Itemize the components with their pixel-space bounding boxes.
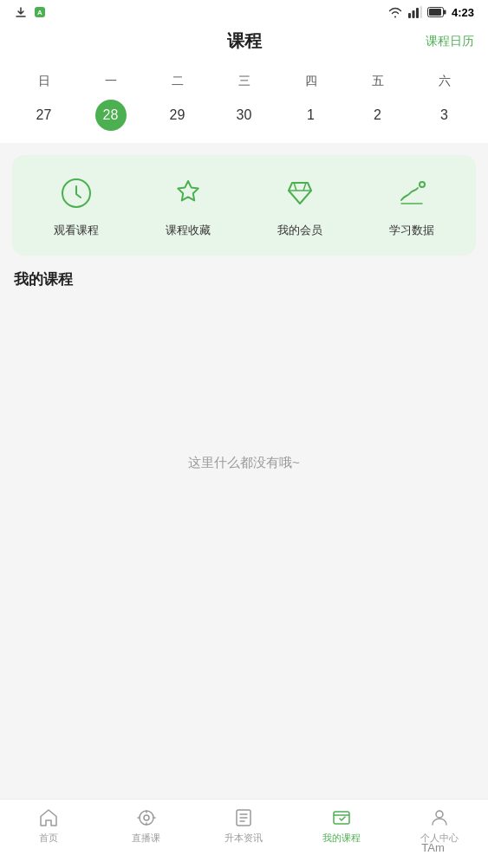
empty-state-text: 这里什么都没有哦~ — [188, 455, 300, 471]
nav-label-live: 直播课 — [132, 832, 160, 845]
signal-icon — [408, 6, 422, 18]
svg-rect-3 — [412, 10, 414, 18]
tam-label: TAm — [378, 826, 488, 868]
nav-item-live[interactable]: 直播课 — [120, 806, 172, 845]
live-icon — [135, 806, 158, 829]
quick-action-watch[interactable]: 观看课程 — [54, 172, 99, 238]
calendar-day-29[interactable]: 29 — [162, 100, 193, 131]
calendar: 日 一 二 三 四 五 六 27 28 29 30 1 2 3 — [0, 62, 488, 143]
status-bar: A 4:23 — [0, 0, 488, 24]
svg-rect-2 — [408, 13, 411, 18]
status-bar-right: 4:23 — [387, 6, 474, 19]
weekday-thu: 四 — [277, 70, 344, 93]
stats-label: 学习数据 — [389, 223, 434, 238]
svg-rect-8 — [429, 9, 441, 16]
empty-state: 这里什么都没有哦~ — [14, 298, 474, 627]
status-bar-left: A — [14, 5, 47, 19]
svg-rect-5 — [420, 6, 422, 18]
nav-item-mycourses[interactable]: 我的课程 — [316, 806, 368, 845]
home-icon — [37, 806, 60, 829]
calendar-day-28-today[interactable]: 28 — [95, 100, 127, 131]
clock-icon — [55, 172, 97, 214]
svg-point-10 — [420, 182, 425, 187]
calendar-days: 27 28 29 30 1 2 3 — [10, 100, 478, 131]
svg-rect-7 — [443, 10, 446, 15]
chart-icon — [391, 172, 433, 214]
battery-icon — [427, 7, 446, 17]
my-courses-title: 我的课程 — [14, 269, 474, 289]
star-icon — [167, 172, 209, 214]
svg-point-15 — [436, 811, 443, 818]
wifi-icon — [387, 6, 403, 18]
svg-rect-4 — [416, 8, 419, 18]
nav-item-news[interactable]: 升本资讯 — [218, 806, 270, 845]
app-icon: A — [33, 5, 47, 19]
news-icon — [232, 806, 255, 829]
calendar-weekdays: 日 一 二 三 四 五 六 — [10, 70, 478, 93]
weekday-fri: 五 — [344, 70, 411, 93]
membership-label: 我的会员 — [277, 223, 322, 238]
svg-point-12 — [144, 815, 149, 820]
calendar-day-27[interactable]: 27 — [29, 100, 60, 131]
watch-label: 观看课程 — [54, 223, 99, 238]
svg-rect-14 — [334, 812, 349, 824]
quick-action-stats[interactable]: 学习数据 — [389, 172, 434, 238]
page-title: 课程 — [227, 29, 262, 53]
time-display: 4:23 — [452, 6, 474, 19]
nav-item-home[interactable]: 首页 — [23, 806, 75, 845]
courses-icon — [330, 806, 353, 829]
my-courses-section: 我的课程 这里什么都没有哦~ — [0, 256, 488, 627]
svg-text:A: A — [37, 9, 42, 16]
quick-action-membership[interactable]: 我的会员 — [277, 172, 322, 238]
header: 课程 课程日历 — [0, 24, 488, 62]
weekday-wed: 三 — [211, 70, 277, 93]
weekday-sun: 日 — [10, 70, 77, 93]
nav-label-mycourses: 我的课程 — [322, 832, 361, 845]
weekday-tue: 二 — [144, 70, 211, 93]
calendar-day-3[interactable]: 3 — [429, 100, 460, 131]
nav-label-home: 首页 — [39, 832, 58, 845]
weekday-sat: 六 — [411, 70, 478, 93]
nav-label-news: 升本资讯 — [224, 832, 263, 845]
diamond-icon — [279, 172, 321, 214]
calendar-link[interactable]: 课程日历 — [426, 34, 474, 49]
calendar-day-2[interactable]: 2 — [362, 100, 394, 131]
favorites-label: 课程收藏 — [166, 223, 211, 238]
download-icon — [14, 5, 28, 19]
quick-actions-card: 观看课程 课程收藏 我的会员 学习数据 — [12, 155, 476, 256]
weekday-mon: 一 — [77, 70, 144, 93]
calendar-day-30[interactable]: 30 — [229, 100, 260, 131]
calendar-day-1[interactable]: 1 — [296, 100, 327, 131]
quick-action-favorites[interactable]: 课程收藏 — [166, 172, 211, 238]
